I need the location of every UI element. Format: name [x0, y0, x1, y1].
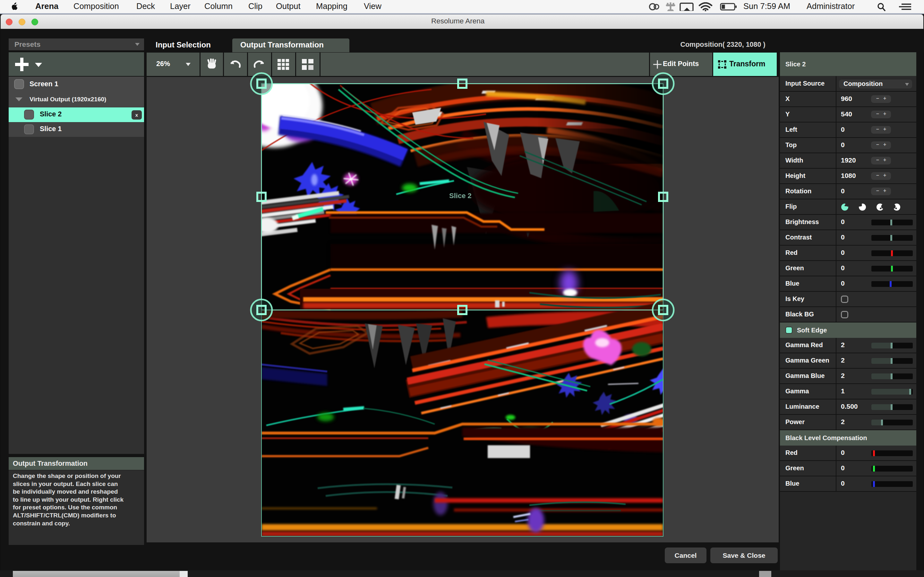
svg-text:Slice 2: Slice 2 [449, 192, 472, 200]
